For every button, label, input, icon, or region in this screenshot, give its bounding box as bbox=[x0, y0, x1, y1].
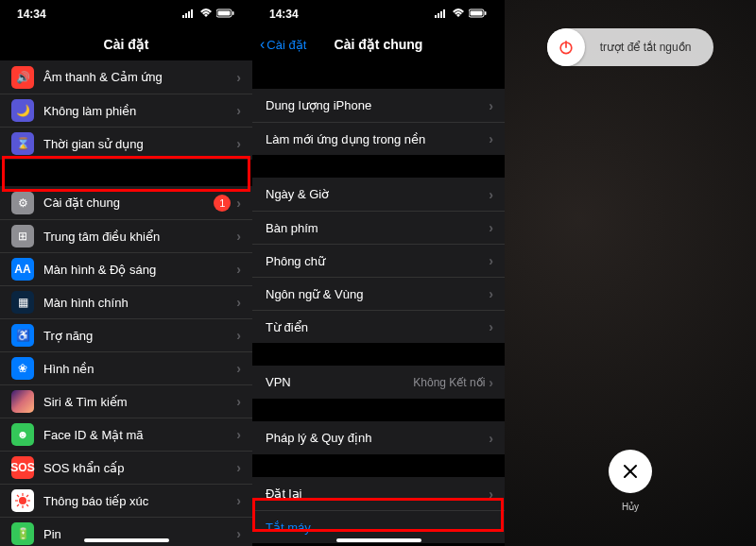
chevron-right-icon: › bbox=[489, 319, 493, 334]
general-settings-screen: 14:34 ‹ Cài đặt Cài đặt chung Dung lượng… bbox=[252, 0, 505, 546]
status-time: 14:34 bbox=[269, 8, 299, 21]
sound-icon: 🔊 bbox=[11, 66, 34, 89]
row-label: VPN bbox=[266, 375, 413, 389]
svg-point-7 bbox=[19, 497, 26, 504]
faceid-icon: ☻ bbox=[11, 423, 34, 446]
chevron-right-icon: › bbox=[236, 295, 241, 310]
cancel-label: Hủy bbox=[622, 502, 639, 512]
row-label: Màn hình chính bbox=[43, 296, 236, 310]
row-label: Ngày & Giờ bbox=[266, 187, 489, 201]
power-off-slider[interactable]: trượt để tắt nguồn bbox=[547, 28, 713, 66]
row-reset[interactable]: Đặt lại › bbox=[252, 477, 505, 510]
chevron-right-icon: › bbox=[489, 253, 493, 268]
chevron-right-icon: › bbox=[236, 361, 241, 376]
status-bar: 14:34 bbox=[252, 0, 505, 28]
close-icon bbox=[622, 463, 639, 480]
svg-rect-2 bbox=[188, 11, 190, 18]
svg-line-13 bbox=[26, 504, 28, 506]
chevron-right-icon: › bbox=[236, 427, 241, 442]
row-exposure[interactable]: Thông báo tiếp xúc › bbox=[0, 484, 252, 517]
screentime-icon: ⌛ bbox=[11, 132, 34, 155]
row-display[interactable]: AA Màn hình & Độ sáng › bbox=[0, 252, 252, 285]
page-title: Cài đặt bbox=[104, 37, 149, 52]
row-wallpaper[interactable]: ❀ Hình nền › bbox=[0, 351, 252, 384]
row-label: Tắt máy bbox=[266, 520, 493, 535]
chevron-right-icon: › bbox=[489, 486, 493, 502]
row-keyboard[interactable]: Bàn phím › bbox=[252, 211, 505, 244]
general-group-5: Đặt lại › Tắt máy bbox=[252, 477, 505, 543]
svg-line-15 bbox=[26, 495, 28, 497]
svg-line-14 bbox=[17, 504, 19, 506]
chevron-right-icon: › bbox=[236, 70, 241, 85]
row-home-screen[interactable]: ▦ Màn hình chính › bbox=[0, 285, 252, 318]
row-label: Pháp lý & Quy định bbox=[266, 431, 489, 445]
svg-line-12 bbox=[17, 495, 19, 497]
svg-rect-1 bbox=[185, 13, 187, 18]
chevron-right-icon: › bbox=[236, 229, 241, 244]
row-label: Làm mới ứng dụng trong nền bbox=[266, 132, 489, 146]
general-group-4: Pháp lý & Quy định › bbox=[252, 421, 505, 454]
row-label: SOS khẩn cấp bbox=[43, 461, 236, 475]
siri-icon bbox=[11, 390, 34, 413]
battery-icon bbox=[469, 8, 488, 21]
chevron-right-icon: › bbox=[489, 98, 493, 113]
row-fonts[interactable]: Phông chữ › bbox=[252, 244, 505, 277]
dnd-icon: 🌙 bbox=[11, 99, 34, 122]
chevron-right-icon: › bbox=[236, 328, 241, 343]
chevron-right-icon: › bbox=[236, 394, 241, 409]
row-siri[interactable]: Siri & Tìm kiếm › bbox=[0, 384, 252, 418]
svg-rect-19 bbox=[443, 9, 445, 18]
row-label: Màn hình & Độ sáng bbox=[43, 263, 236, 277]
row-screentime[interactable]: ⌛ Thời gian sử dụng › bbox=[0, 127, 252, 160]
row-faceid[interactable]: ☻ Face ID & Mật mã › bbox=[0, 418, 252, 451]
row-sos[interactable]: SOS SOS khẩn cấp › bbox=[0, 451, 252, 484]
chevron-right-icon: › bbox=[489, 431, 493, 446]
wifi-icon bbox=[199, 8, 213, 21]
row-label: Trung tâm điều khiển bbox=[43, 230, 236, 244]
row-label: Siri & Tìm kiếm bbox=[43, 395, 236, 409]
home-screen-icon: ▦ bbox=[11, 291, 34, 314]
row-vpn[interactable]: VPN Không Kết nối › bbox=[252, 366, 505, 399]
status-right bbox=[435, 8, 488, 21]
row-general[interactable]: ⚙ Cài đặt chung 1 › bbox=[0, 186, 252, 219]
row-date-time[interactable]: Ngày & Giờ › bbox=[252, 178, 505, 211]
row-storage[interactable]: Dung lượng iPhone › bbox=[252, 89, 505, 122]
header: ‹ Cài đặt Cài đặt chung bbox=[252, 28, 505, 60]
power-off-screen: trượt để tắt nguồn Hủy bbox=[505, 0, 756, 546]
chevron-right-icon: › bbox=[236, 526, 241, 541]
settings-group-2: ⚙ Cài đặt chung 1 › ⊞ Trung tâm điều khi… bbox=[0, 186, 252, 546]
back-label: Cài đặt bbox=[266, 38, 306, 52]
row-label: Ngôn ngữ & Vùng bbox=[266, 287, 489, 301]
row-language-region[interactable]: Ngôn ngữ & Vùng › bbox=[252, 277, 505, 310]
row-sound[interactable]: 🔊 Âm thanh & Cảm ứng › bbox=[0, 60, 252, 94]
chevron-right-icon: › bbox=[236, 136, 241, 151]
cancel-button[interactable] bbox=[609, 450, 652, 493]
row-control-center[interactable]: ⊞ Trung tâm điều khiển › bbox=[0, 219, 252, 252]
row-legal[interactable]: Pháp lý & Quy định › bbox=[252, 421, 505, 454]
slider-label: trượt để tắt nguồn bbox=[585, 41, 713, 54]
general-icon: ⚙ bbox=[11, 192, 34, 214]
control-center-icon: ⊞ bbox=[11, 225, 34, 247]
status-right bbox=[182, 8, 235, 21]
power-icon bbox=[557, 38, 576, 57]
battery-settings-icon: 🔋 bbox=[11, 522, 34, 545]
row-background-refresh[interactable]: Làm mới ứng dụng trong nền › bbox=[252, 122, 505, 155]
row-dnd[interactable]: 🌙 Không làm phiền › bbox=[0, 94, 252, 127]
row-dictionary[interactable]: Từ điển › bbox=[252, 310, 505, 343]
chevron-right-icon: › bbox=[236, 262, 241, 277]
row-label: Từ điển bbox=[266, 320, 489, 334]
row-label: Phông chữ bbox=[266, 254, 489, 268]
spacer bbox=[252, 155, 505, 178]
svg-rect-18 bbox=[440, 11, 442, 18]
signal-icon bbox=[182, 8, 196, 21]
exposure-icon bbox=[11, 489, 34, 512]
back-button[interactable]: ‹ Cài đặt bbox=[260, 36, 306, 53]
svg-rect-17 bbox=[438, 13, 439, 18]
power-knob[interactable] bbox=[547, 28, 585, 66]
spacer bbox=[252, 399, 505, 421]
row-label: Dung lượng iPhone bbox=[266, 98, 489, 112]
chevron-left-icon: ‹ bbox=[260, 36, 265, 53]
settings-group-1: 🔊 Âm thanh & Cảm ứng › 🌙 Không làm phiền… bbox=[0, 60, 252, 160]
row-accessibility[interactable]: ♿ Trợ năng › bbox=[0, 318, 252, 351]
home-indicator bbox=[84, 538, 169, 542]
